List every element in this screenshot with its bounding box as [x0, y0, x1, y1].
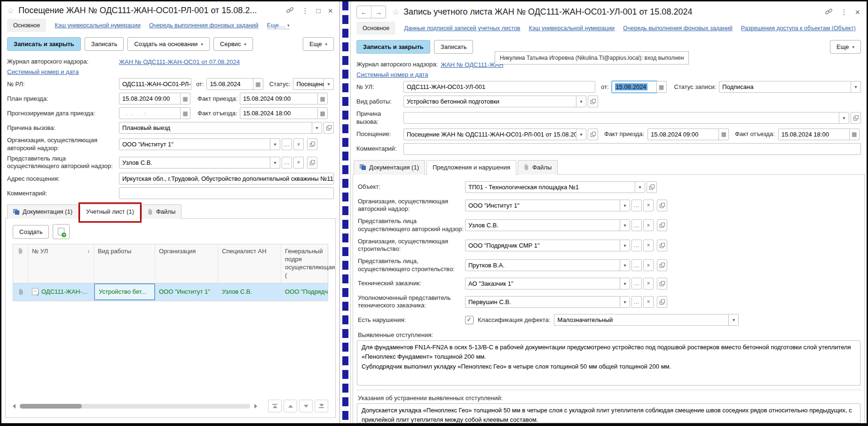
favorite-star-icon[interactable]: ☆	[7, 6, 14, 16]
rl-date-field[interactable]: 15.08.2024	[206, 78, 253, 90]
tab-main[interactable]: Основное	[356, 22, 395, 35]
choose-button[interactable]: …	[282, 157, 292, 169]
open-button[interactable]	[588, 129, 598, 140]
work-type-field[interactable]: Устройство бетонной подготовки	[403, 96, 576, 107]
supervision-rep-field[interactable]: Узлов С.В.	[465, 219, 620, 231]
column-attachment[interactable]	[13, 244, 28, 283]
service-button[interactable]: Сервис▾	[213, 37, 253, 51]
tab-files[interactable]: Файлы	[518, 160, 558, 175]
instructions-textarea[interactable]: Допускается укладка «Пеноплекс Гео» толщ…	[357, 403, 860, 423]
back-button[interactable]: ←	[357, 6, 371, 18]
tab-documentation[interactable]: Документация (1)	[7, 204, 79, 219]
clear-button[interactable]: ×	[643, 200, 654, 211]
open-button[interactable]	[657, 200, 667, 211]
violations-checkbox[interactable]: ✓	[465, 316, 473, 324]
dropdown-icon[interactable]: ▾	[312, 122, 322, 134]
create-button[interactable]: Создать	[13, 225, 49, 239]
cell-organization[interactable]: ООО "Институт 1"	[155, 283, 218, 300]
dropdown-icon[interactable]: ▾	[635, 181, 645, 193]
supervision-rep-field[interactable]: Узлов С.В.	[119, 157, 270, 169]
column-general-contractor[interactable]: Генеральный подря осуществляющая (	[281, 244, 328, 283]
calendar-icon[interactable]: ▦	[718, 129, 729, 140]
choose-button[interactable]: …	[631, 200, 642, 211]
dropdown-icon[interactable]: ▾	[620, 259, 630, 271]
fact-arrival-field[interactable]: 15.08.2024 09:00	[240, 93, 318, 104]
record-status-field[interactable]: Подписана	[719, 81, 851, 93]
nav-more-link[interactable]: Еще....▾	[267, 22, 290, 29]
calendar-icon[interactable]: ▦	[317, 107, 328, 119]
choose-button[interactable]: …	[631, 219, 642, 231]
go-last-row-button[interactable]	[315, 400, 328, 412]
dropdown-icon[interactable]: ▾	[839, 112, 849, 124]
more-button[interactable]: Еще▾	[303, 37, 334, 51]
choose-button[interactable]: …	[631, 296, 642, 308]
cell-work-type-selected[interactable]: Устройство бет...	[94, 283, 155, 300]
visit-field[interactable]: Посещение ЖАН № ОДС111-ЖАН-ОС01-РЛ-001 о…	[403, 129, 576, 140]
fact-departure-field[interactable]: 15.08.2024 18:00	[240, 107, 318, 119]
horizontal-scrollbar[interactable]	[20, 404, 250, 409]
create-new-document-button[interactable]	[53, 224, 70, 239]
forward-button[interactable]: →	[371, 6, 386, 18]
tab-documentation[interactable]: Документация (1)	[354, 160, 425, 175]
column-specialist[interactable]: Специалист АН	[218, 244, 281, 283]
close-icon[interactable]: ×	[328, 7, 333, 15]
link-background-jobs[interactable]: Очередь выполнения фоновых заданий	[623, 25, 733, 32]
dropdown-icon[interactable]: ▾	[270, 138, 280, 150]
clear-button[interactable]: ×	[293, 157, 304, 169]
open-button[interactable]	[588, 96, 598, 107]
scroll-left-icon[interactable]	[13, 404, 16, 409]
scrollbar-thumb[interactable]	[20, 404, 82, 409]
dropdown-icon[interactable]: ▾	[620, 240, 630, 251]
dropdown-icon[interactable]: ▾	[620, 219, 630, 231]
table-row[interactable]: ОДС111-ЖАН-... Устройство бет... ООО "Ин…	[13, 283, 328, 301]
dropdown-icon[interactable]: ▾	[851, 81, 861, 93]
link-numbering-cache[interactable]: Кэш универсальной нумерации	[529, 25, 615, 32]
panel-splitter[interactable]	[357, 390, 860, 390]
supervision-org-field[interactable]: ООО "Институт 1"	[465, 200, 620, 211]
fact-departure-field[interactable]: 15.08.2024 18:00	[778, 129, 850, 140]
go-previous-row-button[interactable]	[284, 400, 297, 412]
plan-arrival-field[interactable]: 15.08.2024 09:00	[119, 93, 181, 104]
go-next-row-button[interactable]	[299, 400, 313, 412]
comment-field[interactable]	[403, 143, 861, 155]
construction-org-field[interactable]: ООО "Подрядчик СМР 1"	[465, 240, 620, 251]
link-numbering-cache[interactable]: Кэш универсальной нумерации	[55, 22, 141, 29]
dropdown-icon[interactable]: ▾	[620, 278, 630, 289]
choose-button[interactable]: …	[631, 278, 642, 289]
get-link-icon[interactable]	[825, 8, 833, 16]
link-signature-data[interactable]: Данные подписей записей учетных листов	[404, 25, 520, 32]
cell-general-contractor[interactable]: ООО "Подрядчик С	[281, 283, 328, 300]
tab-proposals-violations[interactable]: Предложения и нарушения	[426, 160, 516, 175]
choose-button[interactable]: …	[631, 240, 642, 251]
calendar-icon[interactable]: ▦	[180, 107, 190, 119]
dropdown-icon[interactable]: ▾	[576, 96, 586, 107]
more-button[interactable]: Еще▾	[830, 40, 861, 54]
save-button[interactable]: Записать	[434, 40, 473, 54]
open-button[interactable]	[647, 181, 657, 193]
clear-button[interactable]: ×	[643, 296, 654, 308]
ul-date-field[interactable]: 15.08.2024	[612, 81, 657, 93]
create-based-button[interactable]: Создать на основании▾	[127, 37, 209, 51]
get-link-icon[interactable]	[286, 6, 294, 15]
save-close-button[interactable]: Записать и закрыть	[7, 37, 81, 51]
favorite-star-icon[interactable]: ☆	[392, 7, 399, 17]
column-work-type[interactable]: Вид работы	[94, 244, 155, 283]
dropdown-icon[interactable]: ▾	[620, 200, 630, 211]
open-button[interactable]	[307, 138, 317, 150]
technical-customer-field[interactable]: АО "Заказчик 1"	[465, 278, 620, 289]
scroll-right-icon[interactable]	[254, 404, 257, 409]
calendar-icon[interactable]: ▦	[656, 81, 667, 93]
object-field[interactable]: ТП01 - Технологическая площадка №1	[465, 181, 635, 193]
comment-field[interactable]	[119, 187, 334, 199]
customer-rep-field[interactable]: Первушин С.В.	[465, 296, 620, 308]
supervision-org-field[interactable]: ООО "Институт 1"	[119, 138, 270, 150]
forecast-arrival-field[interactable]: . . :	[119, 107, 181, 119]
open-button[interactable]	[324, 122, 334, 134]
more-menu-icon[interactable]: ⋮	[301, 7, 308, 14]
tab-main[interactable]: Основное	[7, 19, 46, 32]
tab-files[interactable]: Файлы	[142, 204, 181, 219]
dropdown-icon[interactable]: ▾	[270, 157, 280, 169]
maximize-icon[interactable]: □	[316, 7, 320, 14]
open-button[interactable]	[657, 259, 667, 271]
link-access-permissions[interactable]: Разрешения доступа к объектам (Объект)	[741, 25, 856, 32]
